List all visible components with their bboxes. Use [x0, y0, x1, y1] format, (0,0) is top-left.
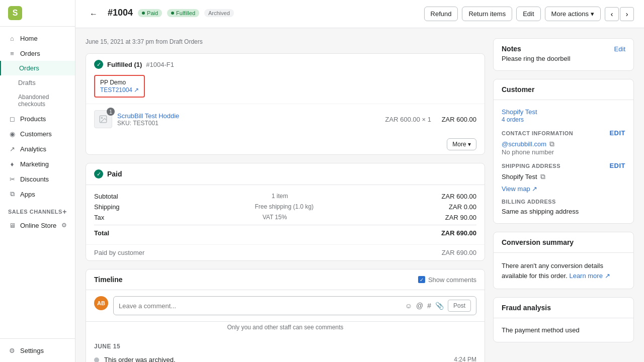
sidebar-item-marketing-label: Marketing — [20, 160, 49, 168]
sidebar-item-drafts[interactable]: Drafts — [0, 75, 75, 90]
more-actions-button[interactable]: More actions ▾ — [545, 7, 601, 21]
view-map-link[interactable]: View map ↗ — [502, 185, 537, 193]
conversion-header: Conversion summary — [494, 232, 633, 253]
notes-card: Notes Edit Please ring the doorbell — [493, 38, 634, 71]
attachment-icon[interactable]: 📎 — [435, 302, 444, 310]
notes-edit-link[interactable]: Edit — [614, 45, 625, 53]
payment-card: ✓ Paid Subtotal 1 item ZAR 600.00 Shippi… — [86, 163, 485, 261]
sidebar-item-orders-sub[interactable]: Orders — [0, 61, 75, 75]
copy-email-icon[interactable]: ⧉ — [549, 140, 554, 148]
conversion-body: There aren't any conversion details avai… — [494, 253, 633, 289]
timeline-header: Timeline ✓ Show comments — [86, 269, 485, 290]
tax-value: ZAR 90.00 — [445, 214, 476, 221]
discounts-icon: ✂ — [8, 175, 16, 183]
tax-row: Tax VAT 15% ZAR 90.00 — [94, 212, 476, 223]
sidebar-item-apps[interactable]: ⧉ Apps — [0, 187, 75, 202]
left-column: June 15, 2021 at 3:37 pm from Draft Orde… — [86, 38, 485, 352]
product-info: ScrubBill Test Hoddie SKU: TEST001 — [117, 112, 380, 127]
emoji-icon[interactable]: ☺ — [405, 302, 412, 310]
conversion-card: Conversion summary There aren't any conv… — [493, 232, 634, 289]
more-button-row: More ▾ — [86, 134, 485, 154]
customers-icon: ◉ — [8, 130, 16, 138]
online-store-settings-icon[interactable]: ⚙ — [61, 222, 67, 229]
product-total: ZAR 600.00 — [436, 116, 476, 123]
sidebar-item-analytics[interactable]: ↗ Analytics — [0, 141, 75, 156]
sidebar-item-home[interactable]: ⌂ Home — [0, 31, 75, 46]
sidebar-item-online-store[interactable]: 🖥 Online Store ⚙ — [0, 218, 75, 233]
fulfilled-badge: Fulfilled — [167, 9, 199, 17]
sidebar-item-settings[interactable]: ⚙ Settings — [0, 343, 75, 358]
right-column: Notes Edit Please ring the doorbell Cust… — [493, 38, 634, 352]
order-number: #1004 — [108, 8, 133, 18]
online-store-icon: 🖥 — [8, 221, 16, 229]
more-button[interactable]: More ▾ — [447, 138, 476, 150]
tax-label: Tax — [94, 214, 104, 221]
fulfilled-card: ✓ Fulfilled (1) #1004-F1 PP Demo TEST210… — [86, 53, 485, 155]
contact-info-title: CONTACT INFORMATION Edit — [502, 123, 625, 137]
sidebar-item-orders[interactable]: ≡ Orders — [0, 46, 75, 61]
sidebar-item-abandoned[interactable]: Abandoned checkouts — [0, 90, 75, 111]
customer-orders-link[interactable]: 4 orders — [502, 116, 524, 123]
edit-button[interactable]: Edit — [516, 7, 540, 21]
pp-demo-box: PP Demo TEST21004 ↗ — [94, 75, 145, 98]
return-items-button[interactable]: Return items — [462, 7, 512, 21]
add-channel-icon[interactable]: + — [62, 208, 67, 216]
pp-demo-title: PP Demo — [100, 79, 139, 86]
shipping-name: Shopify Test — [502, 173, 537, 180]
main-content: ← #1004 Paid Fulfilled Archived Refund R… — [75, 0, 644, 362]
fraud-title: Fraud analysis — [502, 304, 551, 312]
subtotal-value: ZAR 600.00 — [442, 193, 476, 200]
sidebar-item-customers[interactable]: ◉ Customers — [0, 126, 75, 141]
shopify-logo-icon: S — [8, 6, 22, 20]
customer-title: Customer — [502, 85, 534, 94]
svg-point-1 — [101, 117, 102, 118]
post-button[interactable]: Post — [448, 300, 471, 312]
timeline-event-1-time: 4:24 PM — [454, 356, 476, 362]
archived-badge-label: Archived — [208, 10, 230, 16]
fulfilled-badge-dot — [171, 12, 174, 15]
comment-icons: ☺ @ # 📎 — [405, 302, 444, 310]
product-placeholder-icon — [99, 115, 108, 124]
learn-more-link[interactable]: Learn more ↗ — [569, 272, 610, 280]
fraud-header: Fraud analysis — [494, 298, 633, 318]
next-order-button[interactable]: › — [620, 7, 634, 21]
copy-address-icon[interactable]: ⧉ — [540, 172, 545, 181]
product-unit-price: ZAR 600.00 × 1 — [385, 116, 431, 123]
prev-order-button[interactable]: ‹ — [605, 7, 619, 21]
more-actions-chevron-icon: ▾ — [591, 10, 594, 18]
contact-edit-link[interactable]: Edit — [609, 129, 625, 137]
show-comments-checkbox[interactable]: ✓ — [418, 276, 425, 283]
total-row: Total ZAR 690.00 — [94, 225, 476, 238]
refund-button[interactable]: Refund — [424, 7, 458, 21]
shipping-edit-link[interactable]: Edit — [609, 162, 625, 169]
customer-name-link[interactable]: Shopify Test — [502, 108, 537, 116]
view-map-row: View map ↗ — [502, 185, 625, 193]
customer-email-link[interactable]: @scrubbill.com — [502, 140, 546, 148]
fraud-body: The payment method used — [494, 318, 633, 342]
sidebar-item-discounts[interactable]: ✂ Discounts — [0, 171, 75, 187]
billing-same-text: Same as shipping address — [502, 208, 625, 215]
back-button[interactable]: ← — [86, 8, 102, 21]
staff-only-note: Only you and other staff can see comment… — [86, 322, 485, 335]
sidebar-item-apps-label: Apps — [20, 191, 35, 198]
home-icon: ⌂ — [8, 34, 16, 42]
comment-input[interactable] — [119, 302, 405, 310]
customer-header: Customer — [494, 79, 633, 100]
sidebar-item-products-label: Products — [20, 115, 46, 123]
sidebar-logo: S — [0, 0, 75, 27]
show-comments-toggle[interactable]: ✓ Show comments — [418, 276, 476, 284]
fulfilled-id: #1004-F1 — [146, 61, 174, 68]
product-name[interactable]: ScrubBill Test Hoddie — [117, 112, 380, 120]
sidebar-item-home-label: Home — [20, 35, 38, 42]
sidebar-item-marketing[interactable]: ♦ Marketing — [0, 156, 75, 171]
pp-demo-link[interactable]: TEST21004 ↗ — [100, 86, 139, 94]
hashtag-icon[interactable]: # — [427, 302, 431, 310]
payment-header: ✓ Paid — [86, 163, 485, 185]
mention-icon[interactable]: @ — [416, 302, 423, 310]
sidebar-item-customers-label: Customers — [20, 130, 52, 138]
marketing-icon: ♦ — [8, 160, 16, 168]
sidebar-item-products[interactable]: ◻ Products — [0, 111, 75, 126]
paid-by-value: ZAR 690.00 — [442, 249, 476, 256]
timeline-card: Timeline ✓ Show comments AB ☺ @ # — [86, 269, 485, 362]
order-header: #1004 Paid Fulfilled Archived — [108, 8, 234, 18]
